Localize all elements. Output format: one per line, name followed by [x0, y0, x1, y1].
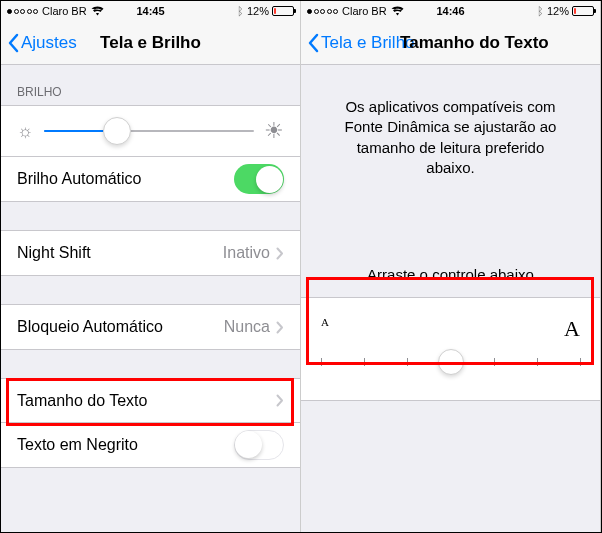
description-text: Os aplicativos compatíveis com Fonte Din…	[301, 65, 600, 178]
battery-icon	[272, 6, 294, 16]
bluetooth-icon: ᛒ	[537, 5, 544, 17]
status-bar: Claro BR 14:45 ᛒ 12%	[1, 1, 300, 21]
auto-brightness-cell: Brilho Automático	[1, 157, 300, 201]
bold-text-label: Texto em Negrito	[17, 436, 234, 454]
chevron-right-icon	[276, 321, 284, 334]
clock-label: 14:45	[136, 5, 164, 17]
chevron-right-icon	[276, 394, 284, 407]
small-a-label: A	[321, 316, 329, 342]
large-a-label: A	[564, 316, 580, 342]
wifi-icon	[391, 6, 404, 16]
text-size-slider[interactable]	[321, 350, 580, 374]
back-button[interactable]: Tela e Brilho	[301, 33, 415, 53]
battery-icon	[572, 6, 594, 16]
instruction-text: Arraste o controle abaixo	[301, 266, 600, 283]
wifi-icon	[91, 6, 104, 16]
text-size-control: A A	[301, 297, 600, 401]
brightness-slider[interactable]	[44, 130, 255, 132]
auto-lock-value: Nunca	[224, 318, 270, 336]
auto-brightness-label: Brilho Automático	[17, 170, 234, 188]
clock-label: 14:46	[436, 5, 464, 17]
section-header-brightness: BRILHO	[1, 65, 300, 105]
slider-thumb[interactable]	[103, 117, 131, 145]
nav-bar: Ajustes Tela e Brilho	[1, 21, 300, 65]
bold-text-toggle[interactable]	[234, 430, 284, 460]
nav-bar: Tela e Brilho Tamanho do Texto	[301, 21, 600, 65]
text-size-cell[interactable]: Tamanho do Texto	[1, 379, 300, 423]
auto-brightness-toggle[interactable]	[234, 164, 284, 194]
chevron-right-icon	[276, 247, 284, 260]
back-button[interactable]: Ajustes	[1, 33, 77, 53]
brightness-slider-cell: ☼ ☀	[1, 106, 300, 157]
page-title: Tela e Brilho	[100, 33, 201, 53]
carrier-label: Claro BR	[342, 5, 387, 17]
back-label: Ajustes	[21, 33, 77, 53]
text-size-label: Tamanho do Texto	[17, 392, 276, 410]
screen-display-brightness: Claro BR 14:45 ᛒ 12% Ajustes Tela e Bril…	[1, 1, 301, 532]
auto-lock-cell[interactable]: Bloqueio Automático Nunca	[1, 305, 300, 349]
battery-pct: 12%	[547, 5, 569, 17]
page-title: Tamanho do Texto	[400, 33, 549, 53]
night-shift-label: Night Shift	[17, 244, 223, 262]
signal-dots-icon	[307, 9, 338, 14]
night-shift-cell[interactable]: Night Shift Inativo	[1, 231, 300, 275]
battery-pct: 12%	[247, 5, 269, 17]
night-shift-value: Inativo	[223, 244, 270, 262]
brightness-high-icon: ☀	[264, 120, 284, 142]
status-bar: Claro BR 14:46 ᛒ 12%	[301, 1, 600, 21]
slider-thumb[interactable]	[438, 349, 464, 375]
chevron-left-icon	[7, 33, 19, 53]
screen-text-size: Claro BR 14:46 ᛒ 12% Tela e Brilho Taman…	[301, 1, 601, 532]
carrier-label: Claro BR	[42, 5, 87, 17]
signal-dots-icon	[7, 9, 38, 14]
chevron-left-icon	[307, 33, 319, 53]
bold-text-cell: Texto em Negrito	[1, 423, 300, 467]
bluetooth-icon: ᛒ	[237, 5, 244, 17]
brightness-low-icon: ☼	[17, 122, 34, 140]
auto-lock-label: Bloqueio Automático	[17, 318, 224, 336]
